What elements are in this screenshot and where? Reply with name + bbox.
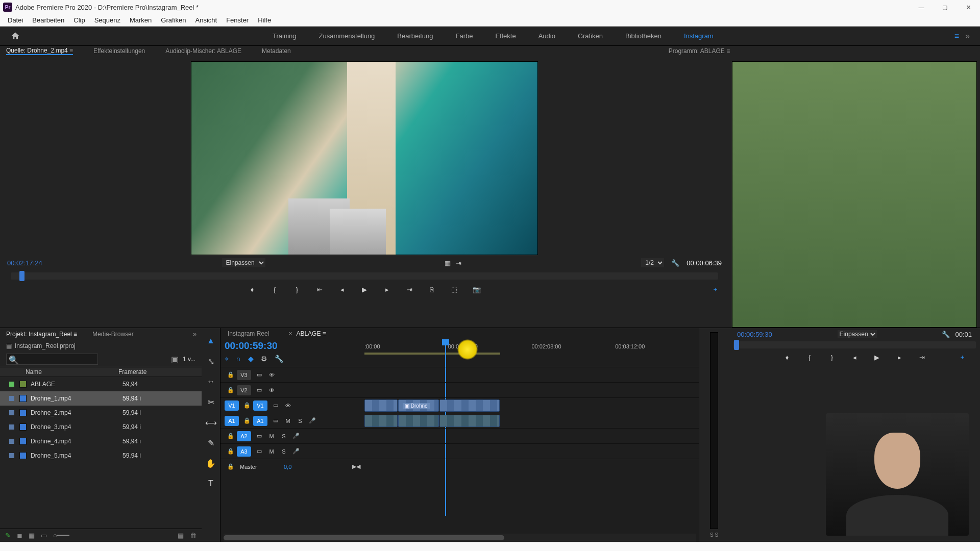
- new-item-icon[interactable]: ▤: [178, 532, 184, 539]
- audio-mixer-tab[interactable]: Audioclip-Mischer: ABLAGE: [165, 47, 241, 55]
- track-area[interactable]: ▣ Drohne: [364, 367, 699, 534]
- lane-a1[interactable]: [364, 413, 699, 428]
- razor-tool-icon[interactable]: ✂: [205, 396, 216, 408]
- effect-controls-tab[interactable]: Effekteinstellungen: [93, 47, 145, 55]
- ripple-tool-icon[interactable]: ↔: [205, 376, 216, 387]
- source-insert-icon[interactable]: ⇥: [456, 259, 461, 267]
- bin-icon[interactable]: ▤: [6, 342, 12, 349]
- expand-icon[interactable]: ▶◀: [352, 462, 364, 472]
- pen-tool-icon[interactable]: ✎: [205, 437, 216, 448]
- project-row[interactable]: ABLAGE59,94: [0, 377, 202, 391]
- workspace-bearbeitung[interactable]: Bearbeitung: [386, 27, 444, 46]
- export-frame-icon[interactable]: 📷: [472, 285, 481, 294]
- solo-icon[interactable]: S: [294, 416, 306, 426]
- minimize-button[interactable]: —: [910, 0, 933, 14]
- source-patch-v1[interactable]: V1: [225, 400, 239, 411]
- workspace-overflow-icon[interactable]: »: [965, 32, 970, 41]
- media-browser-tab[interactable]: Media-Browser: [92, 331, 134, 338]
- project-filter-label[interactable]: 1 v...: [183, 356, 195, 363]
- lane-v2[interactable]: [364, 382, 699, 397]
- linked-sel-icon[interactable]: ∩: [236, 355, 241, 363]
- slip-tool-icon[interactable]: ⟷: [205, 417, 216, 428]
- video-clip[interactable]: [364, 399, 398, 412]
- add-button-icon[interactable]: ＋: [710, 285, 720, 294]
- video-clip[interactable]: ▣ Drohne: [398, 399, 439, 412]
- audio-clip[interactable]: [364, 415, 398, 427]
- eye-icon[interactable]: 👁: [265, 385, 278, 395]
- menu-clip[interactable]: Clip: [69, 14, 89, 27]
- source-multicam-icon[interactable]: ▦: [445, 259, 451, 267]
- timeline-timecode[interactable]: 00:00:59:30: [225, 340, 360, 352]
- icon-view-icon[interactable]: ▦: [29, 532, 35, 539]
- workspace-farbe[interactable]: Farbe: [444, 27, 484, 46]
- scroll-thumb[interactable]: [224, 535, 504, 540]
- project-row[interactable]: Drohne_2.mp459,94 i: [0, 406, 202, 420]
- marker-icon[interactable]: ♦: [248, 285, 257, 294]
- prog-play-icon[interactable]: ▶: [872, 353, 881, 362]
- label-swatch[interactable]: [9, 382, 14, 387]
- lane-a2[interactable]: [364, 428, 699, 443]
- pencil-icon[interactable]: ✎: [5, 532, 11, 539]
- audio-meter[interactable]: [710, 332, 718, 529]
- project-search-input[interactable]: [6, 354, 98, 365]
- label-swatch[interactable]: [9, 424, 14, 430]
- list-view-icon[interactable]: ≣: [17, 532, 22, 539]
- program-wrench-icon[interactable]: 🔧: [942, 331, 950, 338]
- zoom-slider[interactable]: ○━━━: [53, 532, 69, 539]
- project-row[interactable]: Drohne_1.mp459,94 i: [0, 391, 202, 406]
- menu-hilfe[interactable]: Hilfe: [253, 14, 276, 27]
- time-ruler[interactable]: :00:0000:01:04:0000:02:08:0000:03:12:00: [364, 339, 699, 367]
- label-swatch[interactable]: [9, 453, 14, 458]
- project-row[interactable]: Drohne_3.mp459,94 i: [0, 420, 202, 434]
- goto-out-icon[interactable]: ⇥: [405, 285, 414, 294]
- source-timecode[interactable]: 00:02:17:24: [7, 259, 42, 267]
- menu-fenster[interactable]: Fenster: [222, 14, 253, 27]
- source-fit-select[interactable]: Einpassen: [222, 258, 265, 267]
- label-swatch[interactable]: [9, 396, 14, 401]
- prog-out-icon[interactable]: }: [827, 353, 837, 362]
- lane-a3[interactable]: [364, 443, 699, 459]
- freeform-view-icon[interactable]: ▭: [41, 532, 47, 539]
- goto-in-icon[interactable]: ⇤: [315, 285, 324, 294]
- mute-icon[interactable]: M: [282, 416, 294, 426]
- step-back-icon[interactable]: ◂: [337, 285, 347, 294]
- marker-add-icon[interactable]: ◆: [248, 355, 254, 363]
- program-timecode[interactable]: 00:00:59:30: [737, 331, 772, 338]
- lane-v3[interactable]: [364, 367, 699, 382]
- eye-icon[interactable]: 👁: [282, 400, 294, 411]
- play-icon[interactable]: ▶: [360, 285, 369, 294]
- prog-step-fwd-icon[interactable]: ▸: [895, 353, 904, 362]
- master-value[interactable]: 0,0: [284, 464, 291, 470]
- prog-lift-icon[interactable]: ⇥: [917, 353, 926, 362]
- program-tab[interactable]: Programm: ABLAGE ≡: [669, 47, 730, 55]
- trash-icon[interactable]: 🗑: [190, 532, 197, 539]
- timeline-zoom-scrollbar[interactable]: [224, 534, 696, 542]
- hand-tool-icon[interactable]: ✋: [205, 458, 216, 469]
- close-button[interactable]: ✕: [957, 0, 980, 14]
- timeline-tab-close-icon[interactable]: ×: [288, 330, 292, 337]
- source-scrubber[interactable]: [11, 272, 718, 280]
- source-patch-a1[interactable]: A1: [225, 416, 239, 426]
- scrubber-playhead[interactable]: [19, 271, 24, 281]
- prog-step-back-icon[interactable]: ◂: [850, 353, 859, 362]
- insert-clip-icon[interactable]: ⎘: [427, 285, 436, 294]
- source-res-select[interactable]: 1/2: [641, 258, 664, 267]
- snap-icon[interactable]: ⌖: [225, 355, 229, 363]
- metadata-tab[interactable]: Metadaten: [262, 47, 291, 55]
- prog-marker-icon[interactable]: ♦: [782, 353, 792, 362]
- audio-clip[interactable]: [439, 415, 500, 427]
- project-row[interactable]: Drohne_4.mp459,94 i: [0, 434, 202, 448]
- program-playhead[interactable]: [734, 340, 739, 350]
- menu-ansicht[interactable]: Ansicht: [190, 14, 222, 27]
- video-clip[interactable]: [439, 399, 500, 412]
- in-point-icon[interactable]: {: [270, 285, 279, 294]
- label-swatch[interactable]: [9, 439, 14, 444]
- wrench-timeline-icon[interactable]: 🔧: [275, 355, 283, 363]
- workspace-zusammenstellung[interactable]: Zusammenstellung: [308, 27, 386, 46]
- wrench-icon[interactable]: 🔧: [671, 259, 679, 267]
- workspace-effekte[interactable]: Effekte: [484, 27, 527, 46]
- maximize-button[interactable]: ▢: [933, 0, 957, 14]
- workspace-grafiken[interactable]: Grafiken: [567, 27, 614, 46]
- step-fwd-icon[interactable]: ▸: [382, 285, 391, 294]
- workspace-instagram[interactable]: Instagram: [673, 27, 725, 46]
